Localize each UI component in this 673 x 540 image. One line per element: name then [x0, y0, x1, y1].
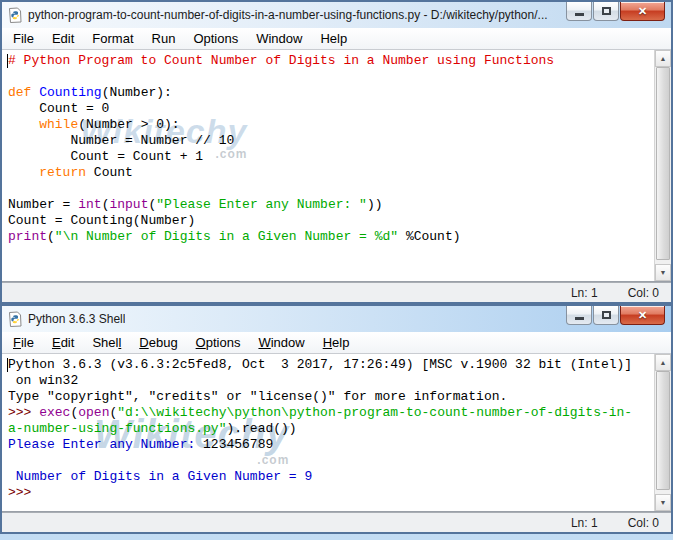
shell-titlebar[interactable]: Python 3.6.3 Shell ✕ [2, 306, 671, 332]
maximize-button[interactable] [593, 2, 619, 21]
code-line: Type "copyright", "credits" or "license(… [8, 389, 671, 405]
code-line: Count = 0 [8, 101, 671, 117]
text-cursor [7, 54, 8, 68]
shell-menu-edit[interactable]: Edit [43, 333, 83, 352]
shell-menu-file[interactable]: File [4, 333, 43, 352]
editor-window-title: python-program-to-count-number-of-digits… [28, 8, 548, 22]
code-line: print("\n Number of Digits in a Given Nu… [8, 229, 671, 245]
shell-menu-shell[interactable]: Shell [83, 333, 130, 352]
editor-menu-options[interactable]: Options [184, 29, 247, 48]
editor-code: # Python Program to Count Number of Digi… [2, 50, 671, 245]
code-line [8, 453, 671, 469]
line-indicator: Ln: 1 [571, 516, 598, 530]
scrollbar-thumb[interactable] [656, 371, 670, 490]
shell-text-area[interactable]: Wikitechy .com Python 3.6.3 (v3.6.3:2c5f… [2, 354, 671, 512]
editor-statusbar: Ln: 1 Col: 0 [2, 282, 671, 302]
shell-window-controls: ✕ [566, 306, 665, 325]
editor-menubar: FileEditFormatRunOptionsWindowHelp [2, 28, 671, 50]
maximize-icon [602, 7, 611, 15]
code-line: Python 3.6.3 (v3.6.3:2c5fed8, Oct 3 2017… [8, 357, 671, 373]
shell-menu-options[interactable]: Options [187, 333, 250, 352]
scroll-up-button[interactable]: ▲ [655, 354, 671, 371]
minimize-icon [575, 13, 584, 16]
minimize-icon [575, 317, 584, 320]
code-line: >>> [8, 485, 671, 501]
minimize-button[interactable] [566, 306, 592, 325]
code-line: on win32 [8, 373, 671, 389]
close-button[interactable]: ✕ [620, 2, 665, 21]
minimize-button[interactable] [566, 2, 592, 21]
column-indicator: Col: 0 [628, 286, 659, 300]
shell-menubar: FileEditShellDebugOptionsWindowHelp [2, 332, 671, 354]
editor-window-controls: ✕ [566, 2, 665, 21]
shell-menu-debug[interactable]: Debug [130, 333, 186, 352]
maximize-icon [602, 311, 611, 319]
line-indicator: Ln: 1 [571, 286, 598, 300]
code-line [8, 181, 671, 197]
shell-statusbar: Ln: 1 Col: 0 [2, 512, 671, 532]
python-shell-icon [7, 311, 23, 327]
code-line: Number of Digits in a Given Number = 9 [8, 469, 671, 485]
editor-titlebar[interactable]: python-program-to-count-number-of-digits… [2, 2, 671, 28]
code-line: Count = Counting(Number) [8, 213, 671, 229]
shell-menu-window[interactable]: Window [249, 333, 313, 352]
maximize-button[interactable] [593, 306, 619, 325]
scrollbar-thumb[interactable] [656, 67, 670, 260]
code-line: Please Enter any Number: 123456789 [8, 437, 671, 453]
code-line: Count = Count + 1 [8, 149, 671, 165]
code-line: >>> exec(open("d:\\wikitechy\python\pyth… [8, 405, 671, 421]
code-line: return Count [8, 165, 671, 181]
editor-menu-window[interactable]: Window [247, 29, 311, 48]
python-file-icon [7, 7, 23, 23]
code-line: while(Number > 0): [8, 117, 671, 133]
scroll-down-button[interactable]: ▼ [655, 494, 671, 511]
text-cursor [7, 358, 8, 372]
scroll-down-button[interactable]: ▼ [655, 264, 671, 281]
shell-menu-help[interactable]: Help [314, 333, 359, 352]
shell-code: Python 3.6.3 (v3.6.3:2c5fed8, Oct 3 2017… [2, 354, 671, 501]
close-icon: ✕ [638, 6, 647, 17]
shell-window: Python 3.6.3 Shell ✕ FileEditShellDebugO… [0, 304, 673, 534]
shell-window-title: Python 3.6.3 Shell [28, 312, 125, 326]
editor-menu-file[interactable]: File [4, 29, 43, 48]
code-line: # Python Program to Count Number of Digi… [8, 53, 671, 69]
scroll-up-button[interactable]: ▲ [655, 50, 671, 67]
code-line: Number = Number // 10 [8, 133, 671, 149]
column-indicator: Col: 0 [628, 516, 659, 530]
close-icon: ✕ [638, 310, 647, 321]
editor-scrollbar[interactable]: ▲ ▼ [654, 50, 671, 281]
editor-text-area[interactable]: Wikitechy .com # Python Program to Count… [2, 50, 671, 282]
editor-menu-help[interactable]: Help [311, 29, 356, 48]
close-button[interactable]: ✕ [620, 306, 665, 325]
editor-menu-format[interactable]: Format [83, 29, 142, 48]
editor-menu-run[interactable]: Run [143, 29, 185, 48]
code-line [8, 69, 671, 85]
code-line: Number = int(input("Please Enter any Num… [8, 197, 671, 213]
editor-menu-edit[interactable]: Edit [43, 29, 83, 48]
code-line: def Counting(Number): [8, 85, 671, 101]
editor-window: python-program-to-count-number-of-digits… [0, 0, 673, 304]
code-line: a-number-using-functions.py").read()) [8, 421, 671, 437]
shell-scrollbar[interactable]: ▲ ▼ [654, 354, 671, 511]
